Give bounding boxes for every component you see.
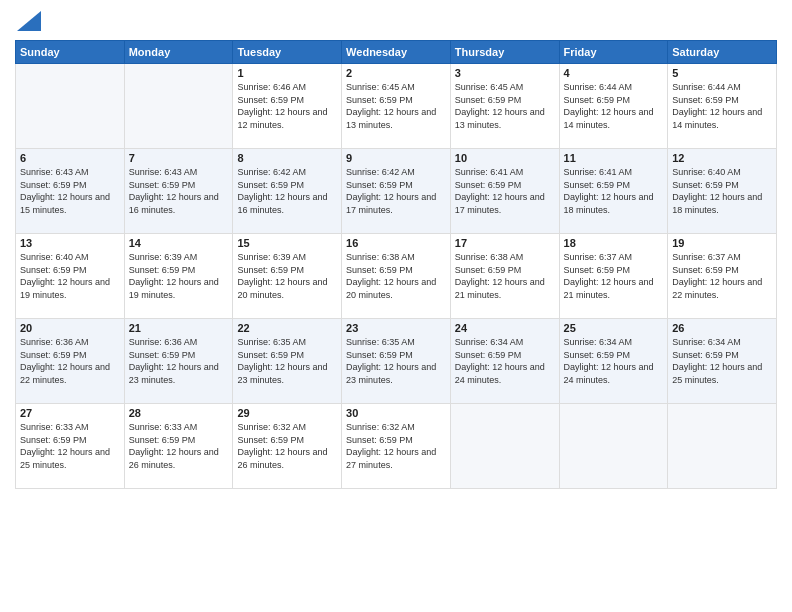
day-number: 16 — [346, 237, 446, 249]
calendar-cell: 8Sunrise: 6:42 AMSunset: 6:59 PMDaylight… — [233, 149, 342, 234]
day-number: 11 — [564, 152, 664, 164]
calendar-cell: 25Sunrise: 6:34 AMSunset: 6:59 PMDayligh… — [559, 319, 668, 404]
calendar-header-sunday: Sunday — [16, 41, 125, 64]
calendar-header-thursday: Thursday — [450, 41, 559, 64]
day-number: 22 — [237, 322, 337, 334]
calendar-header-tuesday: Tuesday — [233, 41, 342, 64]
day-info: Sunrise: 6:43 AMSunset: 6:59 PMDaylight:… — [129, 166, 229, 216]
day-info: Sunrise: 6:36 AMSunset: 6:59 PMDaylight:… — [129, 336, 229, 386]
calendar-cell: 29Sunrise: 6:32 AMSunset: 6:59 PMDayligh… — [233, 404, 342, 489]
calendar-cell: 15Sunrise: 6:39 AMSunset: 6:59 PMDayligh… — [233, 234, 342, 319]
calendar-header-friday: Friday — [559, 41, 668, 64]
day-info: Sunrise: 6:34 AMSunset: 6:59 PMDaylight:… — [455, 336, 555, 386]
day-number: 5 — [672, 67, 772, 79]
day-number: 8 — [237, 152, 337, 164]
calendar-cell: 5Sunrise: 6:44 AMSunset: 6:59 PMDaylight… — [668, 64, 777, 149]
day-info: Sunrise: 6:41 AMSunset: 6:59 PMDaylight:… — [455, 166, 555, 216]
calendar-cell: 17Sunrise: 6:38 AMSunset: 6:59 PMDayligh… — [450, 234, 559, 319]
day-info: Sunrise: 6:33 AMSunset: 6:59 PMDaylight:… — [129, 421, 229, 471]
calendar-header-row: SundayMondayTuesdayWednesdayThursdayFrid… — [16, 41, 777, 64]
day-info: Sunrise: 6:40 AMSunset: 6:59 PMDaylight:… — [20, 251, 120, 301]
day-info: Sunrise: 6:42 AMSunset: 6:59 PMDaylight:… — [237, 166, 337, 216]
calendar-cell: 14Sunrise: 6:39 AMSunset: 6:59 PMDayligh… — [124, 234, 233, 319]
calendar-cell: 13Sunrise: 6:40 AMSunset: 6:59 PMDayligh… — [16, 234, 125, 319]
day-info: Sunrise: 6:42 AMSunset: 6:59 PMDaylight:… — [346, 166, 446, 216]
calendar-cell: 16Sunrise: 6:38 AMSunset: 6:59 PMDayligh… — [342, 234, 451, 319]
calendar-header-wednesday: Wednesday — [342, 41, 451, 64]
day-number: 12 — [672, 152, 772, 164]
svg-marker-0 — [17, 11, 41, 31]
calendar-header-saturday: Saturday — [668, 41, 777, 64]
day-number: 3 — [455, 67, 555, 79]
day-number: 17 — [455, 237, 555, 249]
calendar-cell: 7Sunrise: 6:43 AMSunset: 6:59 PMDaylight… — [124, 149, 233, 234]
calendar-cell: 19Sunrise: 6:37 AMSunset: 6:59 PMDayligh… — [668, 234, 777, 319]
day-info: Sunrise: 6:36 AMSunset: 6:59 PMDaylight:… — [20, 336, 120, 386]
day-number: 29 — [237, 407, 337, 419]
calendar-cell: 10Sunrise: 6:41 AMSunset: 6:59 PMDayligh… — [450, 149, 559, 234]
day-number: 7 — [129, 152, 229, 164]
day-number: 27 — [20, 407, 120, 419]
day-number: 19 — [672, 237, 772, 249]
header — [15, 10, 777, 32]
day-info: Sunrise: 6:40 AMSunset: 6:59 PMDaylight:… — [672, 166, 772, 216]
day-number: 13 — [20, 237, 120, 249]
day-number: 25 — [564, 322, 664, 334]
calendar-cell: 28Sunrise: 6:33 AMSunset: 6:59 PMDayligh… — [124, 404, 233, 489]
calendar-header-monday: Monday — [124, 41, 233, 64]
calendar-week-row: 20Sunrise: 6:36 AMSunset: 6:59 PMDayligh… — [16, 319, 777, 404]
calendar-cell: 23Sunrise: 6:35 AMSunset: 6:59 PMDayligh… — [342, 319, 451, 404]
day-info: Sunrise: 6:32 AMSunset: 6:59 PMDaylight:… — [237, 421, 337, 471]
calendar-week-row: 6Sunrise: 6:43 AMSunset: 6:59 PMDaylight… — [16, 149, 777, 234]
day-number: 20 — [20, 322, 120, 334]
day-number: 2 — [346, 67, 446, 79]
calendar-cell: 6Sunrise: 6:43 AMSunset: 6:59 PMDaylight… — [16, 149, 125, 234]
day-info: Sunrise: 6:39 AMSunset: 6:59 PMDaylight:… — [237, 251, 337, 301]
calendar-week-row: 1Sunrise: 6:46 AMSunset: 6:59 PMDaylight… — [16, 64, 777, 149]
day-info: Sunrise: 6:34 AMSunset: 6:59 PMDaylight:… — [672, 336, 772, 386]
day-info: Sunrise: 6:39 AMSunset: 6:59 PMDaylight:… — [129, 251, 229, 301]
day-number: 26 — [672, 322, 772, 334]
logo — [15, 10, 41, 32]
day-number: 14 — [129, 237, 229, 249]
day-number: 15 — [237, 237, 337, 249]
calendar-cell — [559, 404, 668, 489]
day-info: Sunrise: 6:45 AMSunset: 6:59 PMDaylight:… — [346, 81, 446, 131]
day-number: 23 — [346, 322, 446, 334]
calendar-cell — [124, 64, 233, 149]
day-info: Sunrise: 6:34 AMSunset: 6:59 PMDaylight:… — [564, 336, 664, 386]
day-number: 10 — [455, 152, 555, 164]
day-info: Sunrise: 6:43 AMSunset: 6:59 PMDaylight:… — [20, 166, 120, 216]
day-info: Sunrise: 6:44 AMSunset: 6:59 PMDaylight:… — [672, 81, 772, 131]
day-info: Sunrise: 6:35 AMSunset: 6:59 PMDaylight:… — [346, 336, 446, 386]
calendar-cell: 27Sunrise: 6:33 AMSunset: 6:59 PMDayligh… — [16, 404, 125, 489]
calendar-cell — [668, 404, 777, 489]
calendar-cell: 9Sunrise: 6:42 AMSunset: 6:59 PMDaylight… — [342, 149, 451, 234]
day-number: 1 — [237, 67, 337, 79]
day-number: 6 — [20, 152, 120, 164]
day-number: 9 — [346, 152, 446, 164]
calendar-cell: 4Sunrise: 6:44 AMSunset: 6:59 PMDaylight… — [559, 64, 668, 149]
calendar-cell: 30Sunrise: 6:32 AMSunset: 6:59 PMDayligh… — [342, 404, 451, 489]
day-info: Sunrise: 6:46 AMSunset: 6:59 PMDaylight:… — [237, 81, 337, 131]
day-number: 21 — [129, 322, 229, 334]
day-info: Sunrise: 6:37 AMSunset: 6:59 PMDaylight:… — [564, 251, 664, 301]
calendar-cell: 1Sunrise: 6:46 AMSunset: 6:59 PMDaylight… — [233, 64, 342, 149]
calendar-week-row: 13Sunrise: 6:40 AMSunset: 6:59 PMDayligh… — [16, 234, 777, 319]
calendar-table: SundayMondayTuesdayWednesdayThursdayFrid… — [15, 40, 777, 489]
calendar-cell: 21Sunrise: 6:36 AMSunset: 6:59 PMDayligh… — [124, 319, 233, 404]
calendar-cell: 26Sunrise: 6:34 AMSunset: 6:59 PMDayligh… — [668, 319, 777, 404]
page: SundayMondayTuesdayWednesdayThursdayFrid… — [0, 0, 792, 612]
calendar-cell: 2Sunrise: 6:45 AMSunset: 6:59 PMDaylight… — [342, 64, 451, 149]
day-info: Sunrise: 6:33 AMSunset: 6:59 PMDaylight:… — [20, 421, 120, 471]
day-number: 24 — [455, 322, 555, 334]
day-number: 18 — [564, 237, 664, 249]
day-info: Sunrise: 6:45 AMSunset: 6:59 PMDaylight:… — [455, 81, 555, 131]
day-info: Sunrise: 6:38 AMSunset: 6:59 PMDaylight:… — [455, 251, 555, 301]
logo-icon — [17, 11, 41, 31]
day-info: Sunrise: 6:44 AMSunset: 6:59 PMDaylight:… — [564, 81, 664, 131]
day-info: Sunrise: 6:37 AMSunset: 6:59 PMDaylight:… — [672, 251, 772, 301]
day-info: Sunrise: 6:32 AMSunset: 6:59 PMDaylight:… — [346, 421, 446, 471]
day-info: Sunrise: 6:41 AMSunset: 6:59 PMDaylight:… — [564, 166, 664, 216]
calendar-cell: 12Sunrise: 6:40 AMSunset: 6:59 PMDayligh… — [668, 149, 777, 234]
